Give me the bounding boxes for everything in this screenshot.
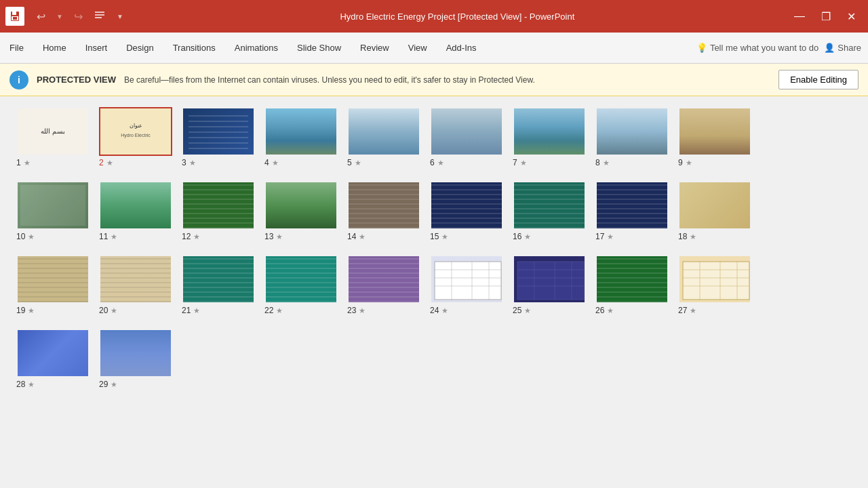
svg-text:عنوان: عنوان — [130, 123, 142, 129]
star-icon: ★ — [276, 232, 283, 241]
ribbon-right: 💡 Tell me what you want to do 👤 Share — [696, 33, 868, 63]
save-button[interactable] — [5, 7, 24, 26]
svg-rect-1 — [12, 12, 16, 15]
protected-message: Be careful—files from the Internet can c… — [124, 75, 770, 85]
slide-item-6[interactable]: 6★ — [430, 107, 503, 167]
quick-access-button[interactable] — [90, 6, 110, 26]
star-icon: ★ — [28, 380, 35, 389]
slide-item-1[interactable]: بسم الله 1 ★ — [16, 107, 90, 167]
star-icon: ★ — [359, 232, 366, 241]
star-icon: ★ — [272, 159, 279, 167]
star-icon: ★ — [524, 232, 531, 241]
undo-button[interactable]: ↩ — [33, 7, 50, 26]
star-icon: ★ — [690, 232, 696, 241]
star-icon: ★ — [111, 380, 117, 389]
restore-button[interactable]: ❐ — [814, 7, 837, 26]
star-icon: ★ — [24, 159, 31, 167]
slide-meta-2: 2 ★ — [99, 158, 113, 167]
quick-access-dropdown[interactable]: ▼ — [113, 10, 127, 23]
star-icon: ★ — [28, 232, 35, 241]
svg-text:بسم الله: بسم الله — [41, 127, 65, 136]
slide-meta-1: 1 ★ — [16, 158, 31, 167]
star-icon: ★ — [193, 232, 200, 241]
star-icon: ★ — [686, 159, 692, 167]
slide-grid: بسم الله 1 ★ عنوان Hydro Electric 2 — [0, 96, 868, 488]
undo-dropdown[interactable]: ▼ — [52, 10, 67, 23]
enable-editing-button[interactable]: Enable Editing — [778, 70, 859, 89]
star-icon: ★ — [441, 306, 448, 315]
tab-design[interactable]: Design — [117, 33, 163, 63]
slide-item-14[interactable]: 14★ — [347, 181, 420, 241]
close-button[interactable]: ✕ — [840, 7, 863, 26]
star-icon: ★ — [441, 232, 448, 241]
star-icon: ★ — [106, 159, 113, 167]
tab-animations[interactable]: Animations — [225, 33, 288, 63]
slide-item-11[interactable]: 11★ — [99, 181, 172, 241]
slide-item-27[interactable]: 27★ — [678, 255, 751, 315]
star-icon: ★ — [437, 159, 444, 167]
star-icon: ★ — [359, 306, 366, 315]
slide-item-22[interactable]: 22★ — [264, 255, 338, 315]
svg-rect-5 — [95, 14, 104, 16]
slide-item-7[interactable]: 7★ — [513, 107, 586, 167]
slide-item-18[interactable]: 18★ — [678, 181, 751, 241]
slide-item-21[interactable]: 21★ — [182, 255, 255, 315]
star-icon: ★ — [193, 306, 200, 315]
slide-item-20[interactable]: 20★ — [99, 255, 172, 315]
redo-button[interactable]: ↪ — [70, 7, 87, 26]
tab-file[interactable]: File — [0, 33, 33, 63]
title-bar: ↩ ▼ ↪ ▼ Hydro Electric Energy Project [P… — [0, 0, 868, 33]
window-title: Hydro Electric Energy Project [Protected… — [127, 12, 787, 22]
tab-view[interactable]: View — [399, 33, 437, 63]
protected-label: PROTECTED VIEW — [37, 75, 116, 85]
person-icon: 👤 — [824, 43, 835, 53]
svg-rect-17 — [517, 262, 584, 300]
minimize-button[interactable]: — — [787, 7, 812, 25]
slide-item-23[interactable]: 23★ — [347, 255, 420, 315]
svg-rect-6 — [95, 17, 102, 18]
slide-item-29[interactable]: 29★ — [99, 329, 172, 389]
star-icon: ★ — [607, 232, 614, 241]
slide-item-13[interactable]: 13★ — [264, 181, 338, 241]
slide-item-25[interactable]: 25★ — [513, 255, 586, 315]
ribbon: File Home Insert Design Transitions Anim… — [0, 33, 868, 64]
title-bar-left: ↩ ▼ ↪ ▼ — [5, 6, 127, 26]
slide-item-17[interactable]: 17★ — [595, 181, 669, 241]
slide-item-26[interactable]: 26★ — [595, 255, 669, 315]
star-icon: ★ — [690, 306, 696, 315]
lightbulb-icon: 💡 — [696, 43, 707, 53]
star-icon: ★ — [524, 306, 531, 315]
tab-transitions[interactable]: Transitions — [163, 33, 225, 63]
slide-item-16[interactable]: 16★ — [513, 181, 586, 241]
star-icon: ★ — [520, 159, 527, 167]
slide-row-1: بسم الله 1 ★ عنوان Hydro Electric 2 — [16, 107, 852, 167]
svg-rect-24 — [683, 262, 749, 300]
tab-insert[interactable]: Insert — [76, 33, 117, 63]
tab-home[interactable]: Home — [33, 33, 76, 63]
slide-item-12[interactable]: 12★ — [182, 181, 255, 241]
slide-item-28[interactable]: 28★ — [16, 329, 90, 389]
tab-review[interactable]: Review — [351, 33, 399, 63]
slide-item-19[interactable]: 19★ — [16, 255, 90, 315]
info-icon: i — [9, 70, 28, 89]
star-icon: ★ — [111, 232, 117, 241]
tab-addins[interactable]: Add-Ins — [437, 33, 486, 63]
tab-slideshow[interactable]: Slide Show — [288, 33, 351, 63]
slide-item-2[interactable]: عنوان Hydro Electric 2 ★ — [99, 107, 172, 167]
star-icon: ★ — [189, 159, 196, 167]
slide-item-24[interactable]: 24★ — [430, 255, 503, 315]
slide-item-10[interactable]: 10★ — [16, 181, 90, 241]
slide-item-5[interactable]: 5★ — [347, 107, 420, 167]
slide-row-3: 19★ 20★ 21★ — [16, 255, 852, 315]
slide-item-4[interactable]: 4★ — [264, 107, 338, 167]
share-button[interactable]: 👤 Share — [824, 43, 861, 53]
star-icon: ★ — [28, 306, 35, 315]
slide-item-8[interactable]: 8★ — [595, 107, 669, 167]
slide-item-3[interactable]: 3 ★ — [182, 107, 255, 167]
star-icon: ★ — [603, 159, 610, 167]
slide-item-9[interactable]: 9★ — [678, 107, 751, 167]
slide-item-15[interactable]: 15★ — [430, 181, 503, 241]
svg-rect-4 — [95, 12, 104, 13]
tell-me[interactable]: 💡 Tell me what you want to do — [696, 43, 818, 53]
slide-meta-3: 3 ★ — [182, 158, 196, 167]
